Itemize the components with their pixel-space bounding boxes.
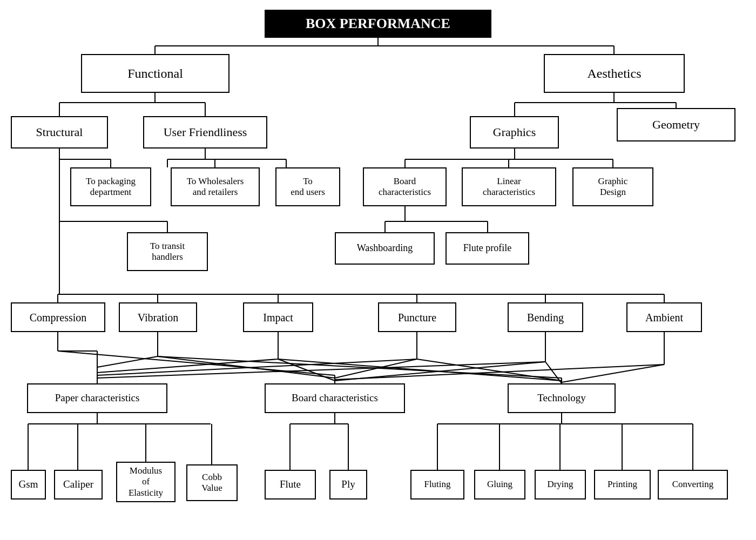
ply-label: Ply — [341, 478, 355, 491]
impact-label: Impact — [263, 311, 293, 324]
functional-label: Functional — [127, 66, 183, 82]
board-char-node: Board characteristics — [363, 167, 447, 206]
puncture-node: Puncture — [378, 302, 456, 332]
ambient-node: Ambient — [626, 302, 702, 332]
flute-profile-node: Flute profile — [446, 232, 529, 265]
user-friendliness-node: User Friendliness — [143, 116, 267, 148]
technology-node: Technology — [508, 383, 616, 413]
drying-label: Drying — [547, 479, 573, 490]
graphic-design-label: Graphic Design — [598, 176, 628, 198]
aesthetics-label: Aesthetics — [588, 66, 642, 82]
geometry-label: Geometry — [652, 118, 700, 132]
svg-line-58 — [335, 359, 417, 378]
paper-char-label: Paper characteristics — [55, 392, 140, 404]
to-end-users-node: To end users — [275, 167, 340, 206]
svg-line-46 — [97, 356, 158, 367]
compression-node: Compression — [11, 302, 105, 332]
printing-node: Printing — [594, 470, 651, 500]
aesthetics-node: Aesthetics — [544, 54, 685, 93]
structural-label: Structural — [36, 125, 83, 139]
bending-label: Bending — [527, 311, 564, 324]
caliper-node: Caliper — [54, 470, 103, 500]
to-wholesalers-node: To Wholesalers and retailers — [171, 167, 260, 206]
ply-node: Ply — [329, 470, 367, 500]
svg-line-66 — [335, 364, 664, 380]
modulus-elasticity-node: Modulus of Elasticity — [116, 462, 176, 502]
cobb-value-node: Cobb Value — [186, 464, 238, 501]
root-label: BOX PERFORMANCE — [306, 15, 450, 32]
structural-node: Structural — [11, 116, 108, 148]
svg-line-55 — [278, 359, 562, 381]
converting-node: Converting — [658, 470, 728, 500]
ambient-label: Ambient — [645, 311, 683, 324]
to-packaging-label: To packaging department — [86, 176, 136, 198]
gsm-label: Gsm — [19, 478, 38, 491]
to-transit-node: To transit handlers — [127, 232, 208, 271]
svg-line-53 — [97, 359, 278, 373]
printing-label: Printing — [608, 479, 637, 490]
svg-line-54 — [278, 359, 335, 381]
graphics-node: Graphics — [470, 116, 559, 148]
svg-line-59 — [417, 359, 562, 381]
board-char2-label: Board characteristics — [292, 392, 378, 404]
user-friendliness-label: User Friendliness — [164, 125, 247, 139]
geometry-node: Geometry — [617, 108, 735, 141]
graphics-label: Graphics — [493, 125, 536, 139]
gluing-node: Gluing — [474, 470, 525, 500]
svg-line-62 — [335, 362, 545, 381]
to-transit-label: To transit handlers — [150, 241, 185, 263]
svg-line-48 — [158, 356, 335, 378]
linear-char-node: Linear characteristics — [462, 167, 556, 206]
puncture-label: Puncture — [398, 311, 436, 324]
flute-label: Flute — [280, 478, 301, 491]
fluting-label: Fluting — [424, 479, 450, 490]
bending-node: Bending — [508, 302, 583, 332]
technology-label: Technology — [537, 392, 585, 404]
converting-label: Converting — [672, 479, 714, 490]
to-wholesalers-label: To Wholesalers and retailers — [187, 176, 244, 198]
svg-line-43 — [58, 351, 335, 375]
functional-node: Functional — [81, 54, 230, 93]
drying-node: Drying — [535, 470, 586, 500]
cobb-value-label: Cobb Value — [201, 472, 222, 494]
graphic-design-node: Graphic Design — [572, 167, 653, 206]
paper-char-node: Paper characteristics — [27, 383, 167, 413]
svg-line-61 — [97, 362, 545, 378]
vibration-node: Vibration — [119, 302, 197, 332]
gsm-node: Gsm — [11, 470, 46, 500]
to-end-users-label: To end users — [291, 176, 325, 198]
flute-node: Flute — [265, 470, 316, 500]
washboarding-label: Washboarding — [357, 242, 413, 254]
linear-char-label: Linear characteristics — [483, 176, 535, 198]
root-node: BOX PERFORMANCE — [265, 10, 491, 38]
modulus-elasticity-label: Modulus of Elasticity — [129, 465, 163, 498]
fluting-node: Fluting — [410, 470, 464, 500]
svg-line-63 — [545, 362, 562, 383]
impact-node: Impact — [243, 302, 313, 332]
svg-line-50 — [158, 356, 562, 378]
flute-profile-label: Flute profile — [463, 242, 511, 254]
washboarding-node: Washboarding — [335, 232, 435, 265]
gluing-label: Gluing — [487, 479, 512, 490]
to-packaging-node: To packaging department — [70, 167, 151, 206]
vibration-label: Vibration — [138, 311, 178, 324]
svg-line-57 — [97, 359, 417, 375]
tree-diagram: BOX PERFORMANCE Functional Aesthetics St… — [0, 0, 756, 540]
caliper-label: Caliper — [63, 478, 93, 491]
board-char2-node: Board characteristics — [265, 383, 405, 413]
compression-label: Compression — [30, 311, 87, 324]
board-char-label: Board characteristics — [379, 176, 431, 198]
svg-line-65 — [562, 364, 664, 382]
